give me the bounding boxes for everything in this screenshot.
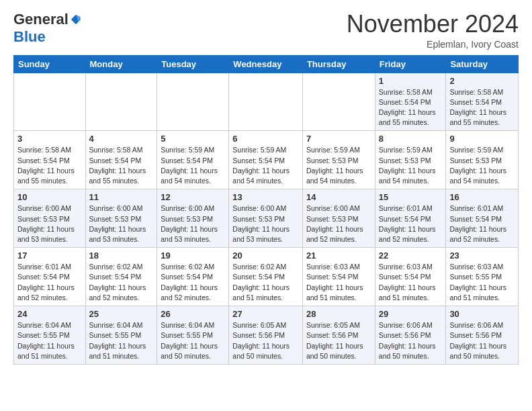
day-number: 5 [161,134,225,144]
day-number: 1 [379,76,443,86]
logo-icon [70,13,82,26]
calendar-day-header: Tuesday [157,55,229,73]
calendar-day-header: Thursday [302,55,375,73]
day-info: Sunrise: 6:06 AM Sunset: 5:56 PM Dayligh… [449,320,515,361]
day-info: Sunrise: 6:01 AM Sunset: 5:54 PM Dayligh… [449,203,515,244]
calendar-cell: 9Sunrise: 5:59 AM Sunset: 5:53 PM Daylig… [446,131,519,189]
day-info: Sunrise: 5:59 AM Sunset: 5:53 PM Dayligh… [306,145,371,186]
day-info: Sunrise: 6:04 AM Sunset: 5:55 PM Dayligh… [17,320,82,361]
calendar-cell: 15Sunrise: 6:01 AM Sunset: 5:54 PM Dayli… [375,189,446,248]
logo-general-text: General [13,11,69,28]
calendar-week-row: 24Sunrise: 6:04 AM Sunset: 5:55 PM Dayli… [14,306,519,365]
calendar-week-row: 10Sunrise: 6:00 AM Sunset: 5:53 PM Dayli… [14,189,519,248]
calendar-cell: 8Sunrise: 5:59 AM Sunset: 5:53 PM Daylig… [375,131,446,189]
calendar-cell: 2Sunrise: 5:58 AM Sunset: 5:54 PM Daylig… [446,73,519,131]
calendar-cell [157,73,229,131]
calendar-cell: 20Sunrise: 6:02 AM Sunset: 5:54 PM Dayli… [229,248,303,306]
day-info: Sunrise: 6:02 AM Sunset: 5:54 PM Dayligh… [232,262,299,303]
calendar-cell: 16Sunrise: 6:01 AM Sunset: 5:54 PM Dayli… [446,189,519,248]
calendar-cell [14,73,86,131]
calendar-cell: 18Sunrise: 6:02 AM Sunset: 5:54 PM Dayli… [85,248,157,306]
day-number: 9 [449,134,515,144]
calendar-cell: 6Sunrise: 5:59 AM Sunset: 5:54 PM Daylig… [229,131,303,189]
calendar-cell: 29Sunrise: 6:06 AM Sunset: 5:56 PM Dayli… [375,306,446,365]
calendar-cell: 4Sunrise: 5:58 AM Sunset: 5:54 PM Daylig… [85,131,157,189]
month-title: November 2024 [347,11,519,38]
calendar-cell: 14Sunrise: 6:00 AM Sunset: 5:53 PM Dayli… [302,189,375,248]
day-info: Sunrise: 6:06 AM Sunset: 5:56 PM Dayligh… [379,320,443,361]
header: General Blue November 2024 Eplemlan, Ivo… [13,11,519,50]
day-number: 4 [89,134,154,144]
calendar-cell: 13Sunrise: 6:00 AM Sunset: 5:53 PM Dayli… [229,189,303,248]
calendar-cell: 30Sunrise: 6:06 AM Sunset: 5:56 PM Dayli… [446,306,519,365]
day-number: 13 [232,192,299,202]
day-info: Sunrise: 5:58 AM Sunset: 5:54 PM Dayligh… [89,145,154,186]
day-number: 18 [89,250,154,261]
calendar-week-row: 17Sunrise: 6:01 AM Sunset: 5:54 PM Dayli… [14,248,519,306]
day-number: 6 [232,134,299,144]
day-number: 8 [379,134,443,144]
title-area: November 2024 Eplemlan, Ivory Coast [347,11,519,50]
day-number: 21 [306,250,371,261]
calendar-cell: 26Sunrise: 6:04 AM Sunset: 5:55 PM Dayli… [157,306,229,365]
calendar-cell: 24Sunrise: 6:04 AM Sunset: 5:55 PM Dayli… [14,306,86,365]
calendar-cell: 23Sunrise: 6:03 AM Sunset: 5:55 PM Dayli… [446,248,519,306]
day-info: Sunrise: 6:02 AM Sunset: 5:54 PM Dayligh… [89,262,154,303]
day-info: Sunrise: 6:05 AM Sunset: 5:56 PM Dayligh… [306,320,371,361]
day-number: 19 [161,250,225,261]
day-number: 7 [306,134,371,144]
calendar-cell: 17Sunrise: 6:01 AM Sunset: 5:54 PM Dayli… [14,248,86,306]
day-info: Sunrise: 5:59 AM Sunset: 5:54 PM Dayligh… [161,145,225,186]
calendar-week-row: 3Sunrise: 5:58 AM Sunset: 5:54 PM Daylig… [14,131,519,189]
calendar-cell: 25Sunrise: 6:04 AM Sunset: 5:55 PM Dayli… [85,306,157,365]
day-info: Sunrise: 5:59 AM Sunset: 5:54 PM Dayligh… [232,145,299,186]
day-number: 29 [379,309,443,319]
day-number: 10 [17,192,82,202]
location: Eplemlan, Ivory Coast [347,39,519,50]
day-info: Sunrise: 6:00 AM Sunset: 5:53 PM Dayligh… [306,203,371,244]
day-number: 23 [449,250,515,261]
calendar-day-header: Friday [375,55,446,73]
calendar-cell: 11Sunrise: 6:00 AM Sunset: 5:53 PM Dayli… [85,189,157,248]
calendar-cell: 28Sunrise: 6:05 AM Sunset: 5:56 PM Dayli… [302,306,375,365]
calendar-cell: 5Sunrise: 5:59 AM Sunset: 5:54 PM Daylig… [157,131,229,189]
day-info: Sunrise: 6:03 AM Sunset: 5:54 PM Dayligh… [306,262,371,303]
day-number: 14 [306,192,371,202]
calendar-cell: 19Sunrise: 6:02 AM Sunset: 5:54 PM Dayli… [157,248,229,306]
calendar-cell: 22Sunrise: 6:03 AM Sunset: 5:54 PM Dayli… [375,248,446,306]
calendar-cell: 12Sunrise: 6:00 AM Sunset: 5:53 PM Dayli… [157,189,229,248]
day-info: Sunrise: 6:01 AM Sunset: 5:54 PM Dayligh… [379,203,443,244]
calendar-week-row: 1Sunrise: 5:58 AM Sunset: 5:54 PM Daylig… [14,73,519,131]
calendar-cell: 3Sunrise: 5:58 AM Sunset: 5:54 PM Daylig… [14,131,86,189]
day-info: Sunrise: 6:03 AM Sunset: 5:54 PM Dayligh… [379,262,443,303]
calendar-cell [229,73,303,131]
calendar-cell [85,73,157,131]
calendar-day-header: Monday [85,55,157,73]
day-info: Sunrise: 6:05 AM Sunset: 5:56 PM Dayligh… [232,320,299,361]
day-info: Sunrise: 6:04 AM Sunset: 5:55 PM Dayligh… [89,320,154,361]
logo: General Blue [13,11,82,46]
day-info: Sunrise: 6:00 AM Sunset: 5:53 PM Dayligh… [17,203,82,244]
day-info: Sunrise: 6:00 AM Sunset: 5:53 PM Dayligh… [89,203,154,244]
calendar-day-header: Saturday [446,55,519,73]
calendar-day-header: Sunday [14,55,86,73]
day-info: Sunrise: 6:00 AM Sunset: 5:53 PM Dayligh… [161,203,225,244]
day-number: 3 [17,134,82,144]
day-info: Sunrise: 5:58 AM Sunset: 5:54 PM Dayligh… [449,87,515,128]
calendar-table: SundayMondayTuesdayWednesdayThursdayFrid… [13,55,519,365]
day-number: 20 [232,250,299,261]
calendar-cell: 7Sunrise: 5:59 AM Sunset: 5:53 PM Daylig… [302,131,375,189]
day-info: Sunrise: 6:00 AM Sunset: 5:53 PM Dayligh… [232,203,299,244]
day-number: 12 [161,192,225,202]
day-info: Sunrise: 5:58 AM Sunset: 5:54 PM Dayligh… [379,87,443,128]
day-number: 11 [89,192,154,202]
day-info: Sunrise: 5:58 AM Sunset: 5:54 PM Dayligh… [17,145,82,186]
calendar-cell: 10Sunrise: 6:00 AM Sunset: 5:53 PM Dayli… [14,189,86,248]
calendar-day-header: Wednesday [229,55,303,73]
day-number: 25 [89,309,154,319]
calendar-cell [302,73,375,131]
day-number: 22 [379,250,443,261]
day-info: Sunrise: 6:04 AM Sunset: 5:55 PM Dayligh… [161,320,225,361]
day-info: Sunrise: 6:01 AM Sunset: 5:54 PM Dayligh… [17,262,82,303]
day-info: Sunrise: 6:03 AM Sunset: 5:55 PM Dayligh… [449,262,515,303]
